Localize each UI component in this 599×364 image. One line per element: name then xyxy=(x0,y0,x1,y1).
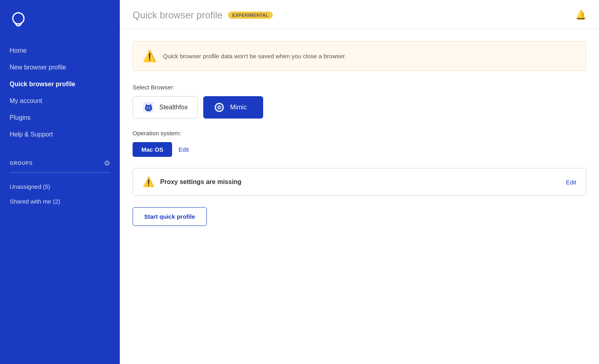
groups-section: GROUPS ⚙ Unassigned (5) Shared with me (… xyxy=(0,151,120,213)
stealthfox-browser-button[interactable]: Stealthfox xyxy=(133,96,198,119)
sidebar-group-shared-with-me[interactable]: Shared with me (2) xyxy=(10,194,110,209)
svg-point-13 xyxy=(148,109,149,109)
warning-triangle-icon: ⚠️ xyxy=(143,49,157,63)
sidebar-item-home[interactable]: Home xyxy=(0,42,120,59)
os-mac-button[interactable]: Mac OS xyxy=(133,142,172,157)
svg-point-17 xyxy=(218,107,220,108)
svg-point-12 xyxy=(150,107,151,108)
groups-title: GROUPS xyxy=(10,160,33,166)
proxy-left: ⚠️ Proxy settings are missing xyxy=(143,176,242,188)
os-section-label: Operation system: xyxy=(133,130,586,136)
sidebar-navigation: Home New browser profile Quick browser p… xyxy=(0,42,120,151)
sidebar-item-my-account[interactable]: My account xyxy=(0,93,120,109)
sidebar-group-unassigned[interactable]: Unassigned (5) xyxy=(10,179,110,194)
svg-point-11 xyxy=(147,107,148,108)
sidebar-item-quick-browser-profile[interactable]: Quick browser profile xyxy=(0,76,120,93)
main-content: ⚠️ Quick browser profile data won't be s… xyxy=(120,29,599,364)
proxy-missing-text: Proxy settings are missing xyxy=(160,178,242,186)
experimental-badge: EXPERIMENTAL xyxy=(228,12,272,19)
main-area: Quick browser profile EXPERIMENTAL 🔔 ⚠️ … xyxy=(120,0,599,364)
proxy-warning-icon: ⚠️ xyxy=(143,176,155,188)
app-logo-icon xyxy=(8,10,29,30)
browser-select-label: Select Browser: xyxy=(133,84,586,91)
os-edit-button[interactable]: Edit xyxy=(179,146,189,153)
warning-message: Quick browser profile data won't be save… xyxy=(163,53,346,59)
groups-settings-button[interactable]: ⚙ xyxy=(104,159,110,168)
stealthfox-label: Stealthfox xyxy=(159,104,188,111)
browser-selector: Stealthfox Mimic xyxy=(133,96,586,119)
notification-bell-icon[interactable]: 🔔 xyxy=(575,10,586,20)
header-left: Quick browser profile EXPERIMENTAL xyxy=(133,10,273,21)
warning-banner: ⚠️ Quick browser profile data won't be s… xyxy=(133,41,586,71)
sidebar-item-new-browser-profile[interactable]: New browser profile xyxy=(0,59,120,76)
page-header: Quick browser profile EXPERIMENTAL 🔔 xyxy=(120,0,599,29)
sidebar-item-help-support[interactable]: Help & Support xyxy=(0,126,120,143)
mimic-label: Mimic xyxy=(230,104,247,111)
proxy-edit-button[interactable]: Edit xyxy=(566,179,576,186)
mimic-browser-button[interactable]: Mimic xyxy=(203,96,263,119)
os-section: Mac OS Edit xyxy=(133,142,586,157)
groups-header: GROUPS ⚙ xyxy=(10,159,110,168)
mimic-icon xyxy=(213,101,225,113)
groups-divider xyxy=(10,172,110,173)
proxy-settings-box: ⚠️ Proxy settings are missing Edit xyxy=(133,168,586,196)
start-quick-profile-button[interactable]: Start quick profile xyxy=(133,207,207,226)
stealthfox-icon xyxy=(143,101,155,113)
svg-point-0 xyxy=(13,13,24,24)
page-title: Quick browser profile xyxy=(133,10,222,21)
sidebar-logo xyxy=(0,0,120,42)
sidebar-item-plugins[interactable]: Plugins xyxy=(0,109,120,126)
sidebar: Home New browser profile Quick browser p… xyxy=(0,0,120,364)
